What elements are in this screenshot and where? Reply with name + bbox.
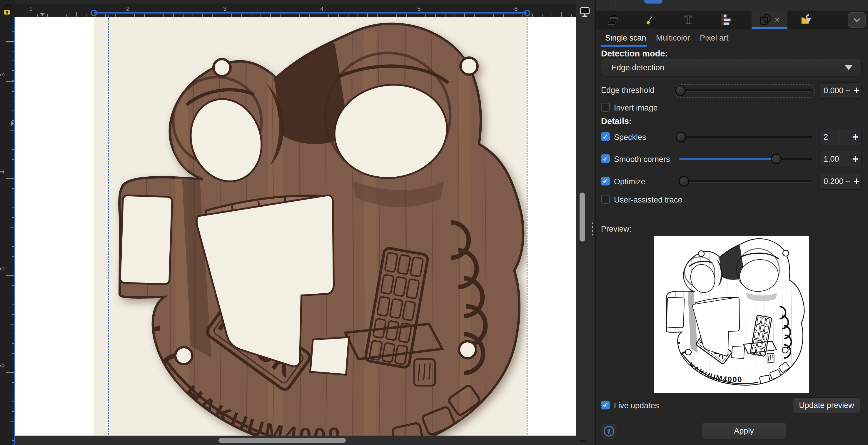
info-button[interactable]: i	[601, 423, 617, 439]
close-dialog-icon[interactable]: ×	[775, 15, 780, 24]
active-tab-indicator	[751, 27, 787, 29]
drawing-canvas[interactable]	[15, 17, 578, 445]
increment-button[interactable]: +	[852, 175, 861, 188]
edge-threshold-label: Edge threshold	[601, 86, 654, 95]
horizontal-scrollbar[interactable]	[15, 436, 576, 445]
decrement-button[interactable]: −	[839, 132, 849, 142]
tab-extensions[interactable]	[792, 10, 820, 29]
calligraphy-pen-icon	[644, 13, 657, 26]
panel-top-strip	[596, 0, 868, 10]
selection-dash-left	[108, 15, 109, 435]
horizontal-scrollbar-thumb[interactable]	[218, 438, 346, 443]
smooth-corners-slider-handle[interactable]	[771, 154, 781, 164]
display-mode-monitor-icon[interactable]	[579, 6, 591, 18]
ruler-pointer-marker	[40, 13, 45, 16]
update-preview-button[interactable]: Update preview	[793, 398, 860, 413]
speckles-spinbox[interactable]: 2 − +	[819, 129, 862, 145]
increment-button[interactable]: +	[852, 84, 861, 97]
live-updates-label: Live updates	[614, 401, 659, 410]
tab-single-scan[interactable]: Single scan	[605, 29, 646, 47]
tab-multicolor[interactable]: Multicolor	[656, 29, 690, 47]
toolbar-active-button-edge	[644, 0, 662, 3]
tab-align[interactable]	[712, 10, 740, 29]
inkscape-window: HACK HAKUUM4000	[0, 0, 868, 445]
ruler-corner[interactable]	[0, 0, 15, 17]
ruler-pointer-marker	[11, 121, 14, 126]
hruler-number: 2	[126, 5, 130, 12]
dock-overflow-button[interactable]	[848, 12, 866, 28]
selection-handle-right[interactable]	[524, 10, 530, 16]
toolbar-separator	[615, 0, 615, 6]
smooth-corners-spinbox[interactable]: 1.00 − +	[819, 151, 862, 167]
detection-mode-label: Detection mode:	[601, 49, 668, 59]
dock-tab-bar: T ×	[596, 10, 868, 29]
vruler-number: 3	[0, 73, 6, 77]
edge-threshold-spinbox[interactable]: 0.000 − +	[819, 82, 862, 99]
decrement-button[interactable]: −	[839, 154, 849, 164]
decrement-button[interactable]: −	[844, 177, 851, 186]
speckles-value[interactable]: 2	[819, 133, 839, 142]
optimize-slider-handle[interactable]	[679, 176, 689, 187]
check-icon: ✓	[602, 133, 608, 140]
speckles-label: Speckles	[614, 133, 646, 142]
smooth-corners-value[interactable]: 1.00	[819, 155, 839, 164]
selection-top-edge[interactable]	[94, 12, 527, 13]
toolbar-edge-strip	[0, 0, 594, 3]
align-distribute-icon	[720, 13, 733, 26]
preview-label: Preview:	[601, 225, 631, 234]
scrollbar-corner	[580, 440, 586, 442]
vruler-number: 5	[0, 267, 6, 271]
vertical-guide-line[interactable]	[14, 17, 15, 445]
speckles-checkbox[interactable]: ✓	[601, 132, 610, 141]
trace-preview-image	[654, 236, 809, 393]
check-icon: ✓	[602, 402, 608, 409]
check-icon: ✓	[602, 178, 608, 185]
invert-image-checkbox[interactable]: ✓	[601, 103, 610, 112]
live-updates-checkbox[interactable]: ✓	[601, 401, 610, 409]
optimize-spinbox[interactable]: 0.200 − +	[819, 173, 862, 190]
tab-trace-bitmap[interactable]: ×	[751, 10, 787, 29]
tab-objects[interactable]	[599, 10, 627, 29]
increment-button[interactable]: +	[849, 131, 861, 143]
tab-text[interactable]: T	[674, 10, 703, 29]
vruler-number: 6	[0, 364, 6, 368]
optimize-slider[interactable]	[679, 180, 812, 182]
user-assisted-trace-checkbox[interactable]: ✓	[601, 195, 610, 204]
trace-bitmap-icon	[759, 13, 772, 26]
apply-button[interactable]: Apply	[702, 423, 786, 439]
horizontal-ruler[interactable]: 1 2 3 4 5 6	[15, 3, 576, 17]
scanned-bitmap-image[interactable]	[94, 17, 527, 445]
panel-resize-grip[interactable]	[591, 222, 594, 236]
user-assisted-trace-label: User-assisted trace	[614, 195, 682, 204]
check-icon: ✓	[602, 155, 608, 162]
active-subtab-indicator	[601, 45, 647, 47]
tab-pixel-art[interactable]: Pixel art	[700, 29, 728, 47]
hruler-number: 1	[29, 5, 33, 12]
section-divider	[596, 222, 868, 222]
edge-threshold-slider[interactable]	[679, 89, 812, 91]
edge-threshold-value[interactable]: 0.000	[819, 86, 844, 95]
decrement-button[interactable]: −	[844, 86, 851, 96]
detection-mode-value: Edge detection	[611, 63, 845, 72]
optimize-checkbox[interactable]: ✓	[601, 177, 610, 186]
chevron-down-icon	[851, 15, 862, 24]
optimize-value[interactable]: 0.200	[819, 177, 844, 186]
lock-guides-icon[interactable]	[1, 2, 14, 17]
speckles-slider-handle[interactable]	[676, 132, 686, 142]
detection-mode-dropdown[interactable]: Edge detection	[601, 59, 862, 76]
vertical-ruler[interactable]: 3 4 5 6	[0, 17, 15, 445]
tab-calligraphy[interactable]	[636, 10, 664, 29]
increment-button[interactable]: +	[849, 153, 861, 165]
hruler-number: 6	[514, 5, 518, 12]
selection-handle-left[interactable]	[91, 10, 97, 16]
speckles-slider[interactable]	[679, 136, 812, 138]
trace-mode-tabs: Single scan Multicolor Pixel art	[596, 29, 868, 48]
smooth-corners-checkbox[interactable]: ✓	[601, 154, 610, 163]
edge-threshold-slider-handle[interactable]	[675, 85, 686, 96]
details-label: Details:	[601, 117, 632, 126]
vertical-scrollbar-thumb[interactable]	[580, 193, 585, 242]
text-tool-icon: T	[682, 13, 695, 26]
hruler-number: 4	[320, 5, 324, 12]
svg-text:T: T	[684, 13, 692, 26]
objects-icon	[606, 13, 619, 26]
